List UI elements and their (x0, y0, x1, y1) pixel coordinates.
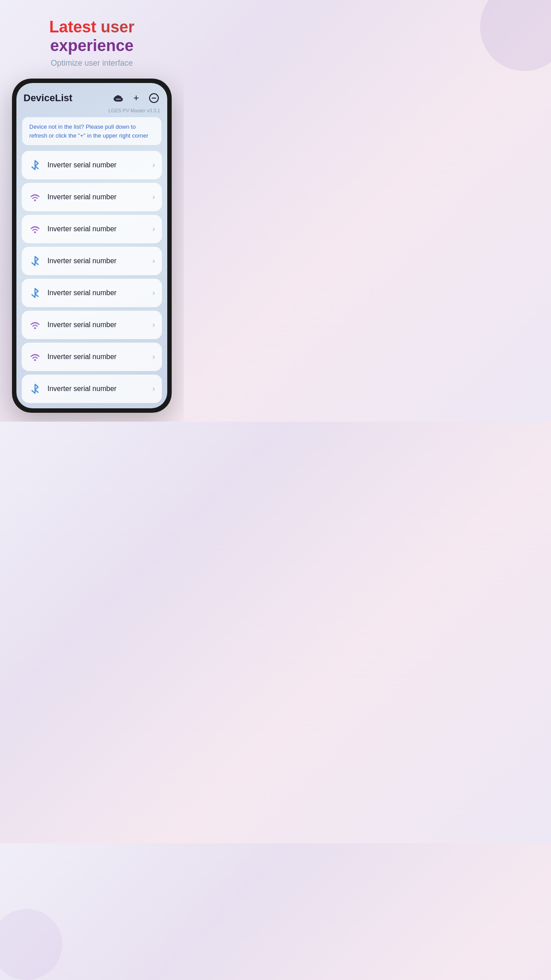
minus-line (152, 98, 156, 99)
svg-text:SEMS: SEMS (116, 98, 121, 100)
bluetooth-icon (29, 255, 41, 267)
svg-point-9 (34, 360, 36, 361)
device-item-left: Inverter serial number (29, 223, 117, 235)
cloud-icon: SEMS (112, 93, 125, 103)
device-name: Inverter serial number (47, 385, 117, 393)
chevron-right-icon: › (153, 321, 155, 329)
device-name: Inverter serial number (47, 193, 117, 201)
circle-minus-icon (149, 93, 159, 103)
device-item-left: Inverter serial number (29, 255, 117, 267)
header-icons-group: SEMS + (112, 92, 160, 104)
cloud-icon-button[interactable]: SEMS (112, 92, 125, 104)
chevron-right-icon: › (153, 161, 155, 169)
device-item-left: Inverter serial number (29, 191, 117, 203)
device-item[interactable]: Inverter serial number › (22, 343, 162, 371)
device-name: Inverter serial number (47, 161, 117, 169)
phone-mockup: DeviceList SEMS + (12, 79, 172, 413)
device-item-left: Inverter serial number (29, 287, 117, 299)
bluetooth-icon (29, 287, 41, 299)
wifi-icon (29, 223, 41, 235)
phone-screen: DeviceList SEMS + (16, 83, 167, 408)
device-item[interactable]: Inverter serial number › (22, 215, 162, 243)
device-item[interactable]: Inverter serial number › (22, 183, 162, 211)
device-name: Inverter serial number (47, 225, 117, 233)
menu-button[interactable] (148, 92, 160, 104)
device-name: Inverter serial number (47, 257, 117, 265)
device-name: Inverter serial number (47, 353, 117, 361)
svg-point-7 (34, 232, 36, 233)
device-item[interactable]: Inverter serial number › (22, 151, 162, 179)
chevron-right-icon: › (153, 289, 155, 297)
subtitle: Optimize user interface (9, 59, 175, 68)
device-item[interactable]: Inverter serial number › (22, 375, 162, 403)
title-user: user (96, 18, 134, 36)
bluetooth-icon (29, 383, 41, 395)
device-item[interactable]: Inverter serial number › (22, 311, 162, 339)
chevron-right-icon: › (153, 385, 155, 393)
info-banner-text: Device not in the list? Please pull down… (29, 122, 154, 140)
device-item-left: Inverter serial number (29, 351, 117, 363)
svg-point-8 (34, 328, 36, 329)
wifi-icon (29, 319, 41, 331)
chevron-right-icon: › (153, 353, 155, 361)
main-title: Latest user experience (9, 18, 175, 55)
device-name: Inverter serial number (47, 289, 117, 297)
title-experience: experience (50, 36, 134, 55)
chevron-right-icon: › (153, 257, 155, 265)
svg-point-6 (34, 200, 36, 202)
app-screen-title: DeviceList (24, 92, 72, 104)
title-latest: Latest (49, 18, 96, 36)
device-item[interactable]: Inverter serial number › (22, 247, 162, 275)
device-item-left: Inverter serial number (29, 383, 117, 395)
info-banner: Device not in the list? Please pull down… (22, 117, 162, 146)
wifi-icon (29, 191, 41, 203)
version-text: LGES PV Master v3.3.1 (16, 108, 167, 113)
device-name: Inverter serial number (47, 321, 117, 329)
device-item-left: Inverter serial number (29, 159, 117, 171)
wifi-icon (29, 351, 41, 363)
app-header: DeviceList SEMS + (16, 83, 167, 108)
promo-header: Latest user experience Optimize user int… (0, 0, 184, 79)
device-item-left: Inverter serial number (29, 319, 117, 331)
add-device-button[interactable]: + (130, 92, 142, 104)
bluetooth-icon (29, 159, 41, 171)
chevron-right-icon: › (153, 225, 155, 233)
device-item[interactable]: Inverter serial number › (22, 279, 162, 307)
chevron-right-icon: › (153, 193, 155, 201)
device-list: Inverter serial number › Inverter (16, 151, 167, 408)
plus-icon: + (134, 92, 139, 104)
